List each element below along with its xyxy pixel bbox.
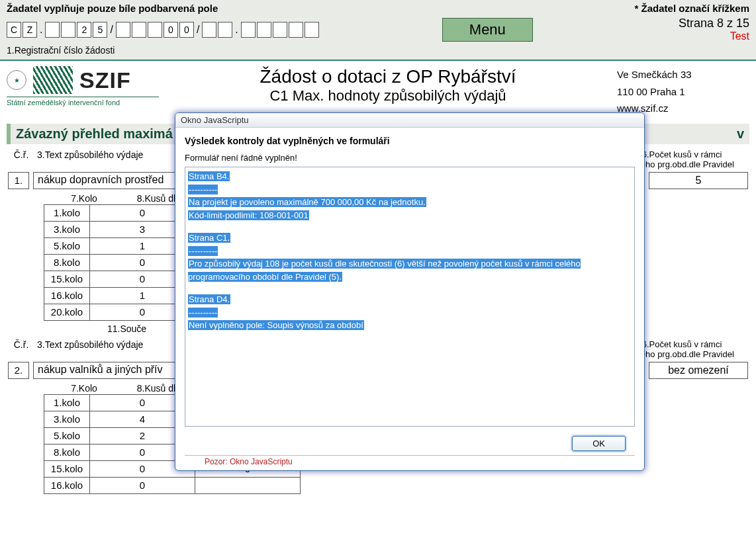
dialog-line: Na projekt je povoleno maximálně 700 000… (188, 196, 632, 209)
item-number: 1. (8, 172, 29, 189)
reg-cell[interactable] (61, 22, 75, 38)
reg-cell[interactable]: 2 (77, 22, 91, 38)
kolo-cell: 3.kolo (44, 221, 90, 238)
item-number: 2. (8, 362, 29, 379)
dialog-title: Okno JavaScriptu (175, 113, 644, 128)
dialog-line: Strana B4. (188, 170, 632, 183)
dialog-line: ---------- (188, 306, 632, 319)
dialog-line: Kód-limit-podlimit: 108-001-001 (188, 209, 632, 222)
item-limit: bez omezení (649, 362, 748, 379)
kusu-cell: 0 (89, 477, 195, 494)
dialog-line: Není vyplněno pole: Soupis výnosů za obd… (188, 319, 632, 332)
title-block: Žádost o dotaci z OP Rybářství C1 Max. h… (159, 66, 617, 117)
dialog-line (188, 283, 632, 293)
dialog-line: Pro způsobilý výdaj 108 je počet kusů dl… (188, 257, 632, 283)
dialog-line: ---------- (188, 183, 632, 196)
kolo-cell: 5.kolo (44, 427, 90, 444)
title-1: Žádost o dotaci z OP Rybářství (159, 66, 617, 87)
address-block: Ve Smečkách 33 110 00 Praha 1 www.szif.c… (617, 66, 749, 117)
reg-cell[interactable] (132, 22, 146, 38)
kolo-cell: 20.kolo (44, 304, 90, 321)
reg-cell[interactable]: 0 (179, 22, 194, 38)
reg-caption: 1.Registrační číslo žádosti (7, 45, 749, 56)
test-label: Test (679, 30, 749, 42)
dialog-subheader: Formulář není řádně vyplněn! (185, 153, 635, 163)
note-left: Žadatel vyplňuje pouze bíle podbarvená p… (7, 3, 218, 14)
dialog-line: Strana D4. (188, 293, 632, 306)
dialog-line: ---------- (188, 245, 632, 258)
kolo-cell: 15.kolo (44, 271, 90, 288)
reg-cell[interactable] (116, 22, 130, 38)
logo-graphic-icon (33, 66, 73, 94)
reg-cell[interactable] (45, 22, 60, 38)
note-right: * Žadatel označí křížkem (635, 3, 749, 14)
reg-cell[interactable] (257, 22, 271, 38)
kolo-cell: 5.kolo (44, 237, 90, 255)
dialog-textarea[interactable]: Strana B4.----------Na projekt je povole… (185, 167, 635, 427)
kolo-cell: 15.kolo (44, 460, 90, 478)
kolo-cell: 1.kolo (44, 394, 90, 411)
kolo-cell: 8.kolo (44, 444, 90, 461)
reg-cell[interactable] (273, 22, 287, 38)
ok-button[interactable]: OK (572, 436, 626, 451)
reg-separator: . (234, 24, 239, 36)
page-label: Strana 8 z 15 (679, 17, 749, 30)
reg-cell[interactable] (202, 22, 216, 38)
kolo-cell: 3.kolo (44, 411, 90, 428)
kolo-cell: 16.kolo (44, 287, 90, 304)
col-crr: Č.ř. (8, 339, 34, 359)
menu-button[interactable]: Menu (442, 18, 533, 42)
page-info: Strana 8 z 15 Test (679, 17, 749, 42)
kolo-cell: 16.kolo (44, 477, 90, 494)
kolo-cell: 8.kolo (44, 254, 90, 271)
reg-cell[interactable] (241, 22, 256, 38)
kolo-cell: 1.kolo (44, 204, 90, 222)
reg-cell[interactable]: Z (23, 22, 37, 38)
dialog-line: Strana C1. (188, 232, 632, 245)
title-2: C1 Max. hodnoty způsobilých výdajů (159, 87, 617, 105)
reg-cell[interactable] (148, 22, 162, 38)
addr-line: Ve Smečkách 33 (617, 66, 749, 83)
reg-cell[interactable]: 5 (93, 22, 107, 38)
eu-stars-icon: ★ (7, 70, 26, 90)
dialog-header: Výsledek kontroly dat vyplněných ve form… (185, 136, 635, 146)
col-kolo: 7.Kolo (48, 383, 120, 394)
topbar: Žadatel vyplňuje pouze bíle podbarvená p… (0, 0, 756, 61)
reg-separator: / (109, 24, 114, 36)
item-limit: 5 (649, 172, 748, 189)
logo: ★ SZIF Státní zemědělský intervenční fon… (7, 66, 159, 117)
reg-number-boxes: CZ.25/00/. (7, 22, 319, 38)
reg-cell[interactable]: C (7, 22, 21, 38)
reg-cell[interactable] (218, 22, 232, 38)
logo-text: SZIF (79, 67, 131, 93)
col-crr: Č.ř. (8, 149, 34, 169)
logo-subtitle: Státní zemědělský intervenční fond (7, 97, 159, 106)
col-kolo: 7.Kolo (48, 193, 120, 204)
dialog-line (188, 222, 632, 232)
dialog-footer: Pozor: Okno JavaScriptu (185, 455, 635, 468)
header: ★ SZIF Státní zemědělský intervenční fon… (0, 61, 756, 120)
reg-separator: . (38, 24, 44, 36)
reg-cell[interactable] (305, 22, 319, 38)
reg-cell[interactable] (289, 22, 303, 38)
js-dialog: Okno JavaScriptu Výsledek kontroly dat v… (175, 112, 645, 471)
reg-separator: / (195, 24, 201, 36)
reg-cell[interactable]: 0 (164, 22, 178, 38)
addr-line: 110 00 Praha 1 (617, 83, 749, 101)
kusu-cell-2 (195, 477, 301, 494)
